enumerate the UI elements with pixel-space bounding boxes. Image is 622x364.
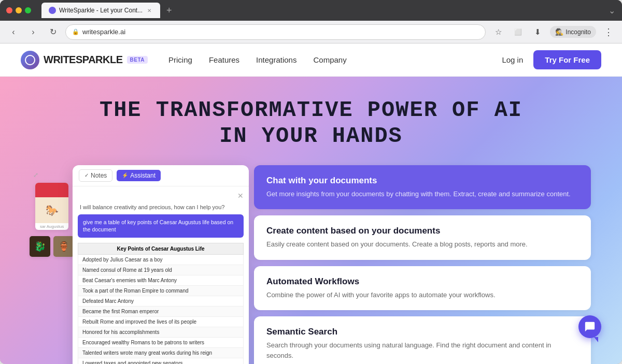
logo[interactable]: WRITESPARKLE BETA	[21, 51, 148, 69]
feature-desc-create: Easily create content based on your docu…	[266, 239, 578, 250]
logo-write: WRITE	[44, 54, 76, 65]
tab-favicon	[49, 7, 56, 14]
forward-button[interactable]: ›	[26, 25, 40, 39]
maximize-button[interactable]	[25, 7, 31, 13]
address-bar[interactable]: 🔒 writesparkle.ai	[65, 24, 486, 40]
minimize-button[interactable]	[16, 7, 22, 13]
thumb-emoji-1: 🐉	[34, 241, 46, 252]
doc-table-header: Key Points of Caesar Augustus Life	[78, 243, 244, 255]
doc-close-button[interactable]: ✕	[237, 192, 244, 200]
document-area: ⤢ 🐎 sar Augustus 🐉 🏺	[31, 165, 238, 364]
feature-desc-chat: Get more insights from your documents by…	[266, 189, 578, 199]
incognito-icon: 🕵	[555, 28, 563, 36]
tab-title: WriteSparkle - Let your Cont...	[59, 7, 143, 14]
close-button[interactable]	[6, 7, 12, 13]
page-background: THE TRANSFORMATIVE POWER OF AI IN YOUR H…	[0, 77, 622, 364]
feature-card-search: Semantic SearchSearch through your docum…	[254, 316, 591, 364]
reload-button[interactable]: ↻	[46, 25, 60, 39]
browser-window: WriteSparkle - Let your Cont... ✕ + ⌄ ‹ …	[0, 0, 622, 364]
assistant-tab[interactable]: ⚡ Assistant	[117, 170, 161, 181]
doc-table: Key Points of Caesar Augustus Life Adopt…	[78, 243, 244, 364]
logo-inner-circle	[25, 55, 35, 65]
new-tab-button[interactable]: +	[162, 4, 176, 17]
doc-preview-panel: ✓ Notes ⚡ Assistant ✕	[73, 165, 249, 364]
browser-toolbar: ‹ › ↻ 🔒 writesparkle.ai ☆ ⬜ ⬇ 🕵 Incognit…	[0, 21, 622, 43]
hero-title: THE TRANSFORMATIVE POWER OF AI IN YOUR H…	[10, 97, 612, 150]
doc-sidebar: ⤢ 🐎 sar Augustus 🐉 🏺	[31, 165, 73, 257]
browser-menu-button[interactable]: ⋮	[601, 25, 616, 39]
traffic-lights	[6, 7, 31, 13]
download-button[interactable]: ⬇	[530, 25, 545, 39]
doc-prompt-text: I will balance creativity and precious, …	[78, 204, 244, 210]
table-row: Defeated Marc Antony	[78, 296, 244, 307]
nav-pricing[interactable]: Pricing	[168, 55, 192, 64]
tab-close-icon[interactable]: ✕	[146, 7, 153, 14]
table-row: Took a part of the Roman Empire to comma…	[78, 286, 244, 296]
back-button[interactable]: ‹	[6, 25, 21, 39]
feature-title-search: Semantic Search	[266, 327, 578, 337]
titlebar: WriteSparkle - Let your Cont... ✕ + ⌄	[0, 0, 622, 21]
notes-tab-label: Notes	[91, 172, 107, 179]
feature-card-workflows: Automated WorkflowsCombine the power of …	[254, 266, 591, 311]
nav-actions: Log in Try For Free	[502, 50, 601, 69]
url-text: writesparkle.ai	[82, 28, 125, 36]
chat-support-button[interactable]	[578, 315, 601, 338]
hero-section: THE TRANSFORMATIVE POWER OF AI IN YOUR H…	[0, 77, 622, 165]
nav-integrations[interactable]: Integrations	[256, 55, 296, 64]
notes-tab[interactable]: ✓ Notes	[79, 169, 112, 182]
beta-badge: BETA	[127, 56, 148, 64]
table-row: Rebuilt Rome and improved the lives of i…	[78, 317, 244, 327]
nav-links: Pricing Features Integrations Company	[168, 55, 502, 64]
tab-bar: WriteSparkle - Let your Cont... ✕ +	[41, 3, 603, 18]
feature-title-create: Create content based on your documents	[266, 226, 578, 236]
doc-tabs: ✓ Notes ⚡ Assistant	[73, 165, 249, 186]
logo-icon	[21, 51, 39, 69]
thumb-small-1[interactable]: 🐉	[30, 236, 50, 257]
expand-icon[interactable]: ⤢	[33, 171, 38, 179]
incognito-label: Incognito	[566, 28, 591, 36]
notes-icon: ✓	[84, 172, 89, 178]
doc-top-bar: ✕	[78, 192, 244, 200]
hero-title-line1: THE TRANSFORMATIVE POWER OF AI	[10, 97, 612, 123]
table-row: Became the first Roman emperor	[78, 307, 244, 317]
page-content: WRITESPARKLE BETA Pricing Features Integ…	[0, 43, 622, 364]
bottom-thumbnails: 🐉 🏺	[30, 236, 74, 257]
try-for-free-button[interactable]: Try For Free	[533, 50, 601, 69]
table-row: Encouraged wealthy Romans to be patrons …	[78, 338, 244, 348]
feature-desc-workflows: Combine the power of AI with your favori…	[266, 290, 578, 300]
table-row: Lowered taxes and appointed new senators	[78, 358, 244, 364]
lock-icon: 🔒	[72, 28, 79, 35]
feature-card-chat: Chat with your documentsGet more insight…	[254, 165, 591, 210]
assistant-icon: ⚡	[122, 172, 128, 178]
window-controls[interactable]: ⌄	[607, 6, 616, 14]
incognito-indicator: 🕵 Incognito	[550, 26, 596, 38]
main-content: ⤢ 🐎 sar Augustus 🐉 🏺	[0, 165, 622, 364]
features-panel: Chat with your documentsGet more insight…	[254, 165, 591, 364]
thumb-label: sar Augustus	[35, 223, 68, 230]
assistant-tab-label: Assistant	[130, 172, 156, 179]
thumb-small-2[interactable]: 🏺	[53, 236, 74, 257]
doc-query-box: give me a table of key points of Caesar …	[78, 214, 244, 238]
doc-body: ✕ I will balance creativity and precious…	[73, 186, 249, 364]
table-row: Talented writers wrote many great works …	[78, 348, 244, 358]
thumb-red-section	[35, 183, 68, 197]
table-row: Beat Caesar's enemies with Marc Antony	[78, 275, 244, 286]
thumb-horse-section: 🐎	[35, 197, 68, 223]
doc-thumbnail-main[interactable]: 🐎 sar Augustus	[35, 183, 68, 230]
nav-features[interactable]: Features	[209, 55, 239, 64]
login-button[interactable]: Log in	[502, 55, 523, 64]
table-row: Named consul of Rome at 19 years old	[78, 265, 244, 275]
screenshot-button[interactable]: ⬜	[511, 25, 525, 39]
table-row: Adopted by Julius Caesar as a boy	[78, 255, 244, 265]
logo-sparkle: SPARKLE	[76, 54, 123, 65]
nav-company[interactable]: Company	[313, 55, 346, 64]
thumb-emoji-2: 🏺	[58, 241, 69, 252]
table-row: Honored for his accomplishments	[78, 327, 244, 338]
bookmark-button[interactable]: ☆	[491, 25, 505, 39]
active-tab[interactable]: WriteSparkle - Let your Cont... ✕	[41, 3, 160, 18]
logo-text: WRITESPARKLE	[44, 54, 123, 66]
feature-title-chat: Chat with your documents	[266, 176, 578, 186]
site-navbar: WRITESPARKLE BETA Pricing Features Integ…	[0, 43, 622, 77]
hero-title-line2: IN YOUR HANDS	[10, 123, 612, 149]
feature-title-workflows: Automated Workflows	[266, 276, 578, 287]
